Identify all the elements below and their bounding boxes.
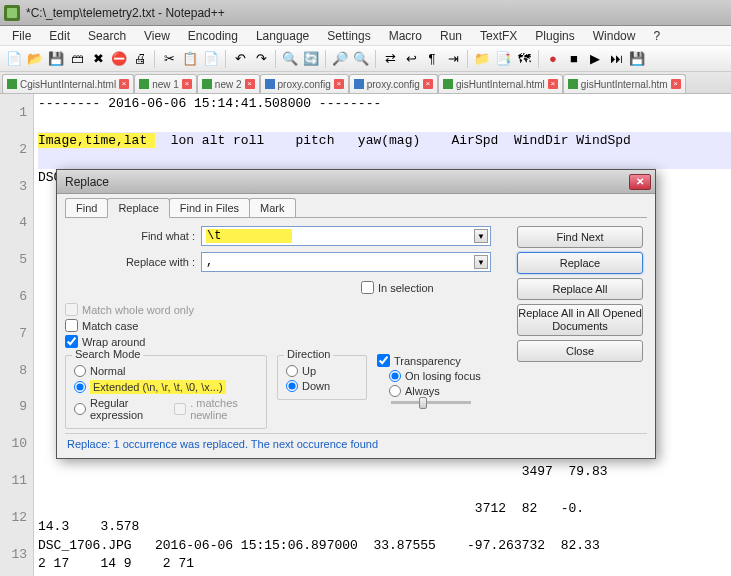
tab-close-icon[interactable]: ×: [182, 79, 192, 89]
menu-search[interactable]: Search: [80, 27, 134, 45]
file-tab-label: proxy.config: [278, 79, 331, 90]
replace-icon[interactable]: 🔄: [301, 49, 321, 69]
docmap-icon[interactable]: 🗺: [514, 49, 534, 69]
close-button[interactable]: Close: [517, 340, 643, 362]
chevron-down-icon[interactable]: ▼: [474, 229, 488, 243]
transparency-always-radio[interactable]: Always: [389, 385, 507, 397]
sync-icon[interactable]: ⇄: [380, 49, 400, 69]
stop-icon[interactable]: ■: [564, 49, 584, 69]
replace-button[interactable]: Replace: [517, 252, 643, 274]
tab-close-icon[interactable]: ×: [548, 79, 558, 89]
indent-icon[interactable]: ⇥: [443, 49, 463, 69]
tab-close-icon[interactable]: ×: [334, 79, 344, 89]
menu-settings[interactable]: Settings: [319, 27, 378, 45]
direction-up-radio[interactable]: Up: [286, 365, 358, 377]
zoomin-icon[interactable]: 🔎: [330, 49, 350, 69]
menu-macro[interactable]: Macro: [381, 27, 430, 45]
dialog-titlebar[interactable]: Replace ✕: [57, 170, 655, 194]
line-number: 2: [0, 132, 27, 169]
print-icon[interactable]: 🖨: [130, 49, 150, 69]
tab-find[interactable]: Find: [65, 198, 108, 217]
file-tab[interactable]: new 1×: [134, 74, 197, 93]
menu-textfx[interactable]: TextFX: [472, 27, 525, 45]
undo-icon[interactable]: ↶: [230, 49, 250, 69]
copy-icon[interactable]: 📋: [180, 49, 200, 69]
mode-extended-radio[interactable]: Extended (\n, \r, \t, \0, \x...): [74, 380, 258, 394]
svg-rect-2: [202, 79, 212, 89]
code-line[interactable]: -------- 2016-06-06 15:14:41.508000 ----…: [38, 95, 731, 132]
svg-rect-3: [265, 79, 275, 89]
match-case-checkbox[interactable]: Match case: [65, 319, 507, 332]
wrap-icon[interactable]: ↩: [401, 49, 421, 69]
find-icon[interactable]: 🔍: [280, 49, 300, 69]
transparency-slider[interactable]: [391, 401, 471, 404]
menu-help[interactable]: ?: [645, 27, 668, 45]
replace-all-docs-button[interactable]: Replace All in All Opened Documents: [517, 304, 643, 336]
playmulti-icon[interactable]: ⏭: [606, 49, 626, 69]
code-line[interactable]: DSC_1706.JPG 2016-06-06 15:15:06.897000 …: [38, 537, 731, 574]
find-next-button[interactable]: Find Next: [517, 226, 643, 248]
menu-run[interactable]: Run: [432, 27, 470, 45]
tab-mark[interactable]: Mark: [249, 198, 295, 217]
tab-close-icon[interactable]: ×: [423, 79, 433, 89]
close-icon[interactable]: ✖: [88, 49, 108, 69]
file-tab[interactable]: gisHuntInternal.html×: [438, 74, 563, 93]
in-selection-checkbox[interactable]: In selection: [361, 281, 497, 294]
tab-close-icon[interactable]: ×: [119, 79, 129, 89]
line-number: 5: [0, 242, 27, 279]
folder-icon[interactable]: 📁: [472, 49, 492, 69]
file-tab[interactable]: proxy.config×: [349, 74, 438, 93]
svg-rect-6: [568, 79, 578, 89]
cut-icon[interactable]: ✂: [159, 49, 179, 69]
dialog-close-button[interactable]: ✕: [629, 174, 651, 190]
redo-icon[interactable]: ↷: [251, 49, 271, 69]
file-tab[interactable]: proxy.config×: [260, 74, 349, 93]
chevron-down-icon[interactable]: ▼: [474, 255, 488, 269]
svg-rect-4: [354, 79, 364, 89]
direction-down-radio[interactable]: Down: [286, 380, 358, 392]
save-icon[interactable]: 💾: [46, 49, 66, 69]
menu-window[interactable]: Window: [585, 27, 644, 45]
transparency-checkbox[interactable]: Transparency: [377, 354, 507, 367]
play-icon[interactable]: ▶: [585, 49, 605, 69]
menu-language[interactable]: Language: [248, 27, 317, 45]
file-tab[interactable]: gisHuntInternal.htm×: [563, 74, 686, 93]
file-tab[interactable]: new 2×: [197, 74, 260, 93]
closeall-icon[interactable]: ⛔: [109, 49, 129, 69]
menu-plugins[interactable]: Plugins: [527, 27, 582, 45]
saveall-icon[interactable]: 🗃: [67, 49, 87, 69]
dialog-status: Replace: 1 occurrence was replaced. The …: [65, 433, 647, 452]
allchars-icon[interactable]: ¶: [422, 49, 442, 69]
file-icon: [7, 79, 17, 89]
menu-edit[interactable]: Edit: [41, 27, 78, 45]
tab-findinfiles[interactable]: Find in Files: [169, 198, 250, 217]
paste-icon[interactable]: 📄: [201, 49, 221, 69]
menu-view[interactable]: View: [136, 27, 178, 45]
record-icon[interactable]: ●: [543, 49, 563, 69]
code-line[interactable]: 3712 82 -0.14.3 3.578: [38, 500, 731, 537]
code-line[interactable]: Image,time,lat lon alt roll pitch yaw(ma…: [38, 132, 731, 169]
file-tab[interactable]: CgisHuntInternal.html×: [2, 74, 134, 93]
mode-regex-radio[interactable]: Regular expression . matches newline: [74, 397, 258, 421]
find-what-input[interactable]: \t ▼: [201, 226, 491, 246]
tab-replace[interactable]: Replace: [107, 198, 169, 218]
file-tab-label: new 1: [152, 79, 179, 90]
tab-close-icon[interactable]: ×: [245, 79, 255, 89]
wrap-around-checkbox[interactable]: Wrap around: [65, 335, 507, 348]
file-tab-label: new 2: [215, 79, 242, 90]
open-icon[interactable]: 📂: [25, 49, 45, 69]
mode-normal-radio[interactable]: Normal: [74, 365, 258, 377]
replace-all-button[interactable]: Replace All: [517, 278, 643, 300]
savemacro-icon[interactable]: 💾: [627, 49, 647, 69]
replace-with-input[interactable]: , ▼: [201, 252, 491, 272]
menu-file[interactable]: File: [4, 27, 39, 45]
menu-encoding[interactable]: Encoding: [180, 27, 246, 45]
funclist-icon[interactable]: 📑: [493, 49, 513, 69]
new-icon[interactable]: 📄: [4, 49, 24, 69]
file-icon: [443, 79, 453, 89]
code-line[interactable]: 3497 79.83: [38, 463, 731, 500]
transparency-onlosing-radio[interactable]: On losing focus: [389, 370, 507, 382]
tab-close-icon[interactable]: ×: [671, 79, 681, 89]
zoomout-icon[interactable]: 🔍: [351, 49, 371, 69]
match-whole-checkbox: Match whole word only: [65, 303, 507, 316]
